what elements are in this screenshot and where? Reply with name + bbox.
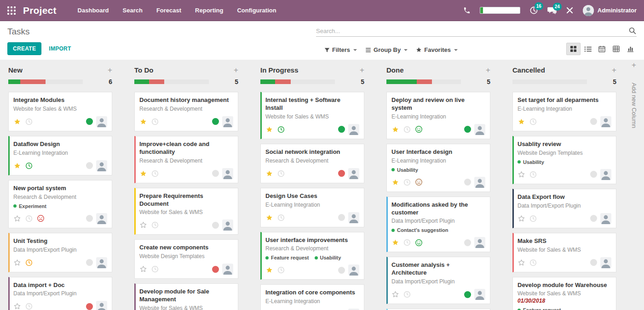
messages-icon[interactable]: 24	[547, 6, 557, 15]
column-progressbar[interactable]	[512, 79, 587, 84]
activity-clock-icon[interactable]	[529, 171, 537, 178]
priority-star-icon[interactable]	[518, 118, 525, 125]
kanban-state-icon[interactable]	[212, 266, 219, 273]
activity-clock-icon[interactable]	[277, 214, 285, 221]
kanban-state-icon[interactable]	[338, 267, 345, 274]
task-card[interactable]: Document history management Research & D…	[134, 92, 238, 131]
assignee-avatar[interactable]	[222, 264, 233, 275]
priority-star-icon[interactable]	[13, 303, 21, 310]
column-title[interactable]: Done	[386, 66, 404, 74]
progress-red-segment[interactable]	[275, 79, 291, 84]
activity-clock-icon[interactable]	[529, 259, 537, 266]
activity-clock-icon[interactable]	[25, 215, 33, 222]
activity-clock-icon[interactable]	[529, 118, 537, 125]
kanban-state-icon[interactable]	[338, 214, 345, 221]
activity-clock-icon[interactable]	[25, 118, 33, 125]
priority-star-icon[interactable]	[13, 118, 21, 125]
assignee-avatar[interactable]	[348, 168, 359, 179]
column-title[interactable]: To Do	[134, 66, 153, 74]
task-card[interactable]: Develop module for Warehouse Website for…	[512, 277, 616, 310]
task-card[interactable]: Social network integration Research & De…	[260, 144, 364, 183]
favorites-dropdown[interactable]: Favorites	[416, 46, 458, 53]
user-menu[interactable]: Administrator	[583, 5, 637, 16]
kanban-state-icon[interactable]	[86, 303, 93, 310]
priority-star-icon[interactable]	[265, 170, 273, 177]
task-card[interactable]: Modifications asked by the customer Data…	[386, 197, 490, 253]
column-progressbar[interactable]	[260, 79, 335, 84]
view-calendar-button[interactable]	[595, 43, 609, 55]
add-column-plus-icon[interactable]: +	[632, 61, 636, 70]
progress-red-segment[interactable]	[149, 79, 164, 84]
task-card[interactable]: New portal system Research & Development…	[8, 180, 112, 228]
assignee-avatar[interactable]	[474, 237, 485, 248]
activity-clock-icon[interactable]: 16	[529, 6, 538, 15]
task-card[interactable]: Develop module for Sale Management Websi…	[134, 283, 238, 310]
quick-add-icon[interactable]: +	[108, 66, 112, 74]
task-card[interactable]: Dataflow Design E-Learning Integration	[8, 136, 112, 175]
view-kanban-button[interactable]	[566, 43, 581, 55]
assignee-avatar[interactable]	[600, 116, 611, 127]
menu-search[interactable]: Search	[123, 7, 143, 14]
kanban-state-icon[interactable]	[212, 170, 219, 177]
task-card[interactable]: User Interface design E-Learning Integra…	[386, 144, 490, 192]
priority-star-icon[interactable]	[265, 214, 273, 221]
assignee-avatar[interactable]	[600, 213, 611, 224]
task-card[interactable]: Customer analysis + Architecture Data Im…	[386, 257, 490, 304]
kanban-state-icon[interactable]	[464, 179, 471, 186]
activity-clock-icon[interactable]	[277, 126, 285, 133]
app-title[interactable]: Project	[23, 5, 57, 16]
priority-star-icon[interactable]	[391, 239, 399, 246]
priority-star-icon[interactable]	[518, 215, 525, 222]
assignee-avatar[interactable]	[474, 124, 485, 135]
activity-clock-icon[interactable]	[403, 239, 411, 246]
kanban-state-icon[interactable]	[212, 118, 219, 125]
kanban-state-icon[interactable]	[464, 291, 471, 298]
priority-star-icon[interactable]	[518, 259, 525, 266]
menu-dashboard[interactable]: Dashboard	[78, 7, 109, 14]
quick-add-icon[interactable]: +	[486, 66, 490, 74]
assignee-avatar[interactable]	[600, 257, 611, 268]
kanban-state-icon[interactable]	[86, 215, 93, 222]
priority-star-icon[interactable]	[265, 266, 273, 274]
column-progressbar[interactable]	[386, 79, 461, 84]
activity-clock-icon[interactable]	[25, 259, 33, 266]
menu-forecast[interactable]: Forecast	[156, 7, 181, 14]
task-card[interactable]: User interface improvements Research & D…	[260, 232, 364, 280]
priority-star-icon[interactable]	[391, 179, 399, 186]
task-card[interactable]: Data import + Doc Data Import/Export Plu…	[8, 277, 112, 310]
priority-star-icon[interactable]	[265, 126, 273, 133]
activity-clock-icon[interactable]	[277, 266, 285, 274]
quick-add-icon[interactable]: +	[360, 66, 364, 74]
menu-reporting[interactable]: Reporting	[195, 7, 223, 14]
column-title[interactable]: In Progress	[260, 66, 299, 74]
assignee-avatar[interactable]	[348, 124, 359, 135]
assignee-avatar[interactable]	[222, 116, 233, 127]
rating-face-icon[interactable]	[415, 239, 423, 247]
activity-clock-icon[interactable]	[403, 126, 411, 133]
create-button[interactable]: CREATE	[7, 42, 41, 55]
progress-green-segment[interactable]	[260, 79, 275, 84]
kanban-state-icon[interactable]	[590, 259, 597, 266]
task-card[interactable]: Data Export flow Data Import/Export Plug…	[512, 189, 616, 228]
priority-star-icon[interactable]	[391, 126, 399, 133]
priority-star-icon[interactable]	[139, 265, 147, 273]
kanban-state-icon[interactable]	[590, 171, 597, 178]
quick-add-icon[interactable]: +	[612, 66, 616, 74]
assignee-avatar[interactable]	[348, 265, 359, 276]
task-card[interactable]: Deploy and review on live system E-Learn…	[386, 92, 490, 139]
activity-clock-icon[interactable]	[277, 170, 285, 177]
assignee-avatar[interactable]	[96, 160, 107, 171]
assignee-avatar[interactable]	[474, 177, 485, 188]
task-card[interactable]: Create new components Website Design Tem…	[134, 239, 238, 279]
activity-clock-icon[interactable]	[403, 291, 411, 298]
priority-star-icon[interactable]	[391, 291, 399, 298]
kanban-state-icon[interactable]	[86, 259, 93, 266]
assignee-avatar[interactable]	[96, 213, 107, 224]
task-card[interactable]: Set target for all deparments E-Learning…	[512, 92, 616, 131]
menu-configuration[interactable]: Configuration	[237, 7, 276, 14]
activity-clock-icon[interactable]	[151, 118, 159, 125]
view-list-button[interactable]	[581, 43, 595, 55]
assignee-avatar[interactable]	[600, 169, 611, 180]
task-card[interactable]: Design Use Cases E-Learning Integration	[260, 188, 364, 227]
task-card[interactable]: Internal testing + Software Install Webs…	[260, 92, 364, 139]
